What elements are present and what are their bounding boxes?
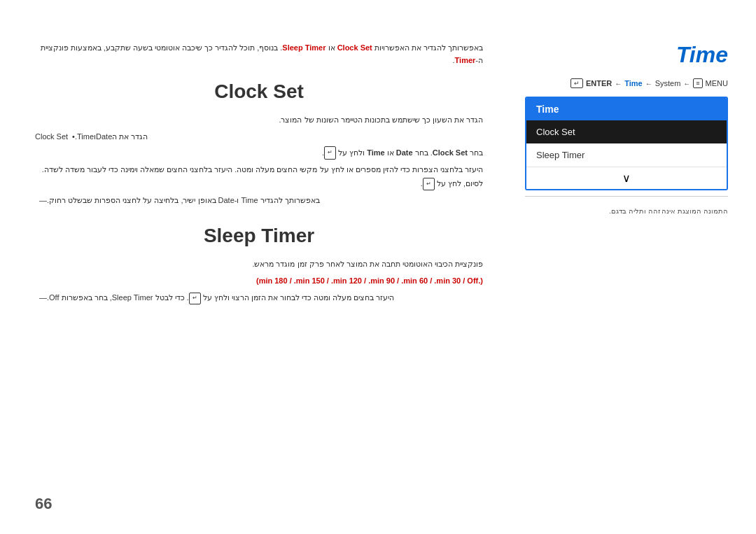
clock-set-bullet1-text: הגדר את הDateוTime. — [75, 131, 148, 143]
breadcrumb-arrow1: ← — [615, 80, 622, 87]
enter-icon-inline: ↵ — [324, 146, 336, 159]
menu-icon: ≡ — [693, 78, 702, 88]
bullet-dot: • — [72, 131, 75, 143]
page-number: 66 — [35, 495, 52, 513]
clock-set-dash1-text: באפשרותך להגדיר Time ו-Date באופן ישיר, … — [47, 195, 320, 207]
menu-item-clock-set[interactable]: Clock Set — [526, 120, 727, 143]
sleep-timer-heading: Sleep Timer — [35, 225, 483, 247]
clock-set-dash1: באפשרותך להגדיר Time ו-Date באופן ישיר, … — [35, 195, 483, 207]
sleep-timer-dash1-text: היעזר בחצים מעלה ומטה כדי לבחור את הזמן … — [47, 292, 394, 304]
menu-box: Time Clock Set Sleep Timer ∨ — [525, 97, 728, 190]
breadcrumb-system: System — [655, 79, 681, 87]
sleep-timer-dash1: היעזר בחצים מעלה ומטה כדי לבחור את הזמן … — [35, 292, 483, 304]
chevron-down-icon: ∨ — [622, 172, 631, 184]
menu-chevron: ∨ — [526, 167, 727, 189]
intro-timer: Timer — [455, 56, 476, 64]
left-content: באפשרותך להגדיר את האפשרויות Clock Set א… — [35, 42, 483, 307]
intro-text: באפשרותך להגדיר את האפשרויות Clock Set א… — [35, 42, 483, 66]
dash-symbol2: — — [39, 292, 47, 304]
breadcrumb-arrow2: ← — [645, 80, 652, 87]
footnote: התמונה המוצגת אינה זהה ותליה בדגם. — [525, 207, 728, 215]
menu-box-title: Time — [526, 98, 727, 120]
intro-clock-set: Clock Set — [337, 43, 372, 52]
clock-set-line4: היעזר בלחצני הצפרות כדי להזין מספרים או … — [35, 163, 483, 191]
sleep-timer-desc: פונקציית הכיבוי האוטומטי תחבה את המוצר ל… — [35, 258, 483, 272]
sleep-timer-options: (.min 180 / .min 150 / .min 120 / .min 9… — [35, 274, 483, 288]
sleep-timer-options-text: (.min 180 / .min 150 / .min 120 / .min 9… — [256, 276, 483, 285]
clock-set-line3: בחר Clock Set. בחר Date או Time ולחץ על … — [35, 146, 483, 160]
enter-icon-inline2: ↵ — [423, 178, 435, 190]
clock-set-heading: Clock Set — [35, 80, 483, 103]
breadcrumb-time: Time — [624, 79, 642, 87]
breadcrumb-menu: MENU — [706, 79, 728, 87]
sleep-timer-section: Sleep Timer פונקציית הכיבוי האוטומטי תחב… — [35, 225, 483, 304]
clock-set-bullet1: הגדר את הDateוTime. • Clock Set — [35, 131, 483, 143]
breadcrumb-arrow3: ← — [683, 80, 690, 87]
page-title: Time — [525, 42, 728, 68]
clock-set-desc: הגדר את השעון כך שישתמש בתכונות הטיימר ה… — [35, 113, 483, 127]
divider — [525, 196, 728, 197]
enter-icon: ↵ — [570, 78, 583, 88]
right-panel: Time ↵ ENTER ← Time ← System ← ≡ MENU Ti… — [525, 42, 728, 215]
breadcrumb-enter: ENTER — [586, 79, 612, 87]
breadcrumb: ↵ ENTER ← Time ← System ← ≡ MENU — [525, 78, 728, 88]
intro-sleep-timer: Sleep Timer — [282, 43, 326, 52]
clock-set-label: Clock Set — [35, 131, 68, 143]
menu-item-sleep-timer[interactable]: Sleep Timer — [526, 143, 727, 167]
enter-icon-inline3: ↵ — [189, 293, 201, 304]
dash-symbol: — — [39, 195, 47, 207]
